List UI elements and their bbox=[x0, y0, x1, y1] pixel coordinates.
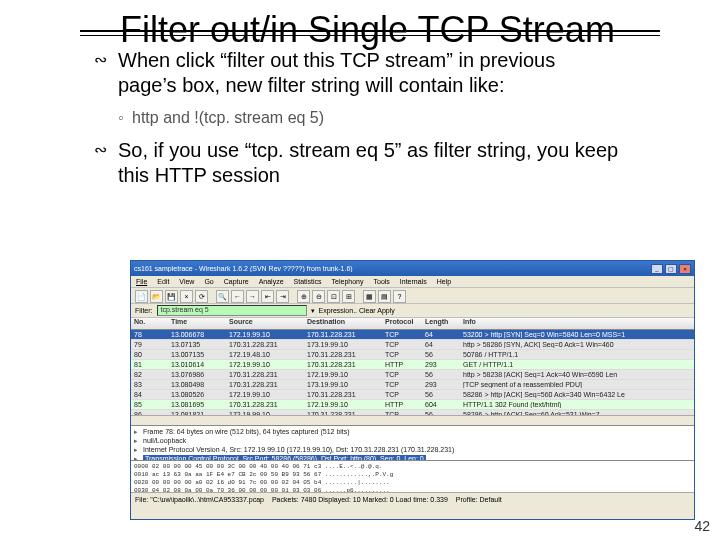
wireshark-window: cs161 sampletrace - Wireshark 1.6.2 (SVN… bbox=[130, 260, 695, 520]
detail-row[interactable]: ▸Frame 78: 64 bytes on wire (512 bits), … bbox=[134, 427, 691, 436]
col-len[interactable]: Length bbox=[425, 318, 463, 329]
tb-icon[interactable]: ⇥ bbox=[276, 290, 289, 303]
table-row[interactable]: 7813.006678172.19.99.10170.31.228.231TCP… bbox=[131, 330, 694, 340]
table-row[interactable]: 8413.080526172.19.99.10170.31.228.231TCP… bbox=[131, 390, 694, 400]
packet-details[interactable]: ▸Frame 78: 64 bytes on wire (512 bits), … bbox=[131, 425, 694, 460]
table-row[interactable]: 8013.007135172.19.48.10170.31.228.231TCP… bbox=[131, 350, 694, 360]
slide-number: 42 bbox=[694, 518, 710, 534]
hex-line: 0000 02 00 00 00 45 00 00 3C 00 00 40 00… bbox=[134, 463, 691, 471]
detail-row[interactable]: ▸null/Loopback bbox=[134, 436, 691, 445]
h-scrollbar[interactable] bbox=[131, 415, 694, 425]
tb-icon[interactable]: ⊖ bbox=[312, 290, 325, 303]
dropdown-icon[interactable]: ▾ bbox=[311, 307, 315, 315]
tb-icon[interactable]: ⇤ bbox=[261, 290, 274, 303]
hex-line: 0010 ac 13 63 0a aa 1F E4 e7 CB 2c 00 50… bbox=[134, 471, 691, 479]
tb-icon[interactable]: ▤ bbox=[378, 290, 391, 303]
slide-content: When click “filter out this TCP stream” … bbox=[100, 48, 660, 188]
table-row[interactable]: 8613.081821172.19.99.10170.31.228.231TCP… bbox=[131, 410, 694, 415]
menu-view[interactable]: View bbox=[179, 278, 194, 285]
tb-icon[interactable]: 📂 bbox=[150, 290, 163, 303]
col-prot[interactable]: Protocol bbox=[385, 318, 425, 329]
close-button[interactable]: × bbox=[679, 264, 691, 274]
tb-icon[interactable]: ▦ bbox=[363, 290, 376, 303]
col-info[interactable]: Info bbox=[463, 318, 694, 329]
tb-icon[interactable]: ⊞ bbox=[342, 290, 355, 303]
status-bar: File: "C:\uw\ipaolik\..\htm\CA953337.pca… bbox=[131, 492, 694, 505]
hex-line: 0020 00 00 00 00 a0 02 16 d0 91 7c 00 00… bbox=[134, 479, 691, 487]
sub-bullet-1: http and !(tcp. stream eq 5) bbox=[118, 108, 660, 128]
menu-bar: File Edit View Go Capture Analyze Statis… bbox=[131, 276, 694, 288]
tb-icon[interactable]: ? bbox=[393, 290, 406, 303]
filter-expr[interactable]: Expression.. Clear Apply bbox=[319, 307, 395, 314]
table-row[interactable]: 8213.076986170.31.228.231172.19.99.10TCP… bbox=[131, 370, 694, 380]
packet-list-header[interactable]: No. Time Source Destination Protocol Len… bbox=[131, 318, 694, 330]
filter-input[interactable]: tcp.stream eq 5 bbox=[157, 305, 307, 316]
menu-statistics[interactable]: Statistics bbox=[294, 278, 322, 285]
tb-icon[interactable]: ← bbox=[231, 290, 244, 303]
packet-list[interactable]: 7813.006678172.19.99.10170.31.228.231TCP… bbox=[131, 330, 694, 415]
col-no[interactable]: No. bbox=[131, 318, 171, 329]
bullet-1: When click “filter out this TCP stream” … bbox=[100, 48, 660, 98]
table-row[interactable]: 8313.080498170.31.228.231173.19.99.10TCP… bbox=[131, 380, 694, 390]
menu-internals[interactable]: Internals bbox=[400, 278, 427, 285]
table-row[interactable]: 7913.07135170.31.228.231173.19.99.10TCP6… bbox=[131, 340, 694, 350]
col-time[interactable]: Time bbox=[171, 318, 229, 329]
tb-icon[interactable]: ⊕ bbox=[297, 290, 310, 303]
status-profile: Profile: Default bbox=[456, 496, 502, 503]
menu-help[interactable]: Help bbox=[437, 278, 451, 285]
bullet-2-line2: this HTTP session bbox=[118, 164, 280, 186]
menu-edit[interactable]: Edit bbox=[157, 278, 169, 285]
menu-go[interactable]: Go bbox=[204, 278, 213, 285]
window-title: cs161 sampletrace - Wireshark 1.6.2 (SVN… bbox=[134, 265, 353, 272]
maximize-button[interactable]: ▢ bbox=[665, 264, 677, 274]
bullet-2: So, if you use “tcp. stream eq 5” as fil… bbox=[100, 138, 660, 188]
col-src[interactable]: Source bbox=[229, 318, 307, 329]
bullet-1-line2: page’s box, new filter string will conta… bbox=[118, 74, 504, 96]
status-file: File: "C:\uw\ipaolik\..\htm\CA953337.pca… bbox=[135, 496, 264, 503]
tb-icon[interactable]: ⟳ bbox=[195, 290, 208, 303]
tb-icon[interactable]: ⊡ bbox=[327, 290, 340, 303]
filter-bar: Filter: tcp.stream eq 5 ▾ Expression.. C… bbox=[131, 304, 694, 318]
tb-icon[interactable]: 📄 bbox=[135, 290, 148, 303]
packet-bytes[interactable]: 0000 02 00 00 00 45 00 00 3C 00 00 40 00… bbox=[131, 460, 694, 492]
window-titlebar[interactable]: cs161 sampletrace - Wireshark 1.6.2 (SVN… bbox=[131, 261, 694, 276]
tb-icon[interactable]: × bbox=[180, 290, 193, 303]
status-pkts: Packets: 7480 Displayed: 10 Marked: 0 Lo… bbox=[272, 496, 448, 503]
filter-label: Filter: bbox=[135, 307, 153, 314]
menu-capture[interactable]: Capture bbox=[224, 278, 249, 285]
menu-analyze[interactable]: Analyze bbox=[259, 278, 284, 285]
tb-icon[interactable]: → bbox=[246, 290, 259, 303]
toolbar: 📄 📂 💾 × ⟳ 🔍 ← → ⇤ ⇥ ⊕ ⊖ ⊡ ⊞ ▦ ▤ ? bbox=[131, 288, 694, 304]
tb-icon[interactable]: 💾 bbox=[165, 290, 178, 303]
menu-telephony[interactable]: Telephony bbox=[332, 278, 364, 285]
bullet-2-line1: So, if you use “tcp. stream eq 5” as fil… bbox=[118, 139, 618, 161]
menu-file[interactable]: File bbox=[136, 278, 147, 285]
detail-row[interactable]: ▸Internet Protocol Version 4, Src: 172.1… bbox=[134, 445, 691, 454]
minimize-button[interactable]: _ bbox=[651, 264, 663, 274]
table-row[interactable]: 8513.081695170.31.228.231172.19.99.10HTT… bbox=[131, 400, 694, 410]
table-row[interactable]: 8113.010614172.19.99.10170.31.228.231HTT… bbox=[131, 360, 694, 370]
menu-tools[interactable]: Tools bbox=[373, 278, 389, 285]
tb-icon[interactable]: 🔍 bbox=[216, 290, 229, 303]
bullet-1-line1: When click “filter out this TCP stream” … bbox=[118, 49, 555, 71]
col-dst[interactable]: Destination bbox=[307, 318, 385, 329]
